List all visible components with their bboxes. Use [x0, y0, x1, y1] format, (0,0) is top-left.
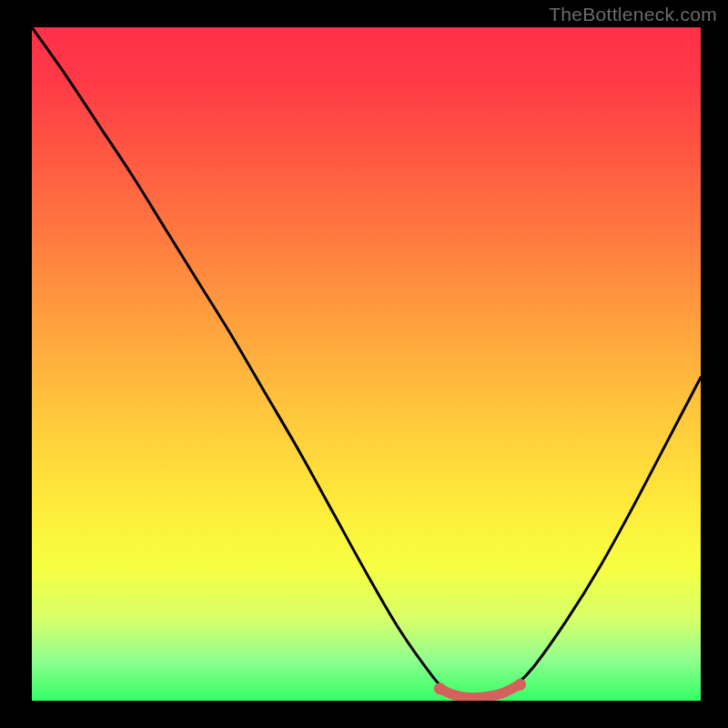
- trough-marker-dot: [434, 682, 446, 694]
- trough-highlight: [440, 684, 520, 697]
- trough-marker-dot: [514, 679, 526, 691]
- plot-area: [32, 27, 701, 701]
- curve-svg: [32, 27, 701, 701]
- chart-frame: TheBottleneck.com: [0, 0, 728, 728]
- bottleneck-curve: [32, 27, 701, 699]
- curve-path: [32, 27, 701, 699]
- minimum-markers: [434, 679, 526, 698]
- watermark-text: TheBottleneck.com: [549, 4, 717, 25]
